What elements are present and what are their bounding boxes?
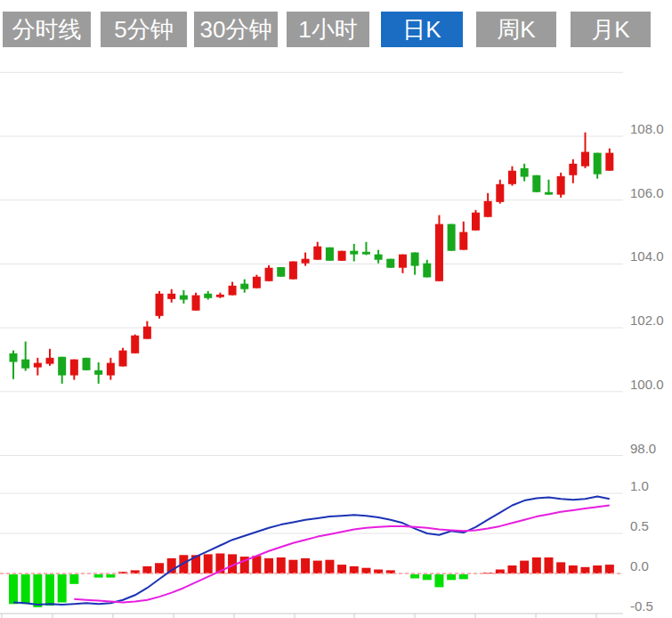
macd-bar-up — [350, 566, 359, 573]
candle-down — [375, 255, 383, 260]
macd-bar-up — [532, 557, 541, 573]
candle-down — [326, 248, 334, 261]
y-axis-label: 100.0 — [630, 377, 664, 392]
macd-bar-up — [507, 565, 516, 573]
candle-down — [386, 259, 394, 268]
macd-bar-up — [277, 557, 286, 573]
candle-up — [229, 286, 237, 296]
macd-bar-up — [593, 565, 602, 573]
candle-down — [277, 267, 285, 277]
candle-up — [143, 327, 151, 339]
candle-up — [557, 176, 565, 195]
macd-bar-up — [337, 565, 346, 573]
candle-up — [253, 277, 261, 289]
y-axis-label: 0.0 — [630, 558, 649, 573]
macd-bar-up — [264, 558, 273, 573]
candle-up — [46, 358, 54, 364]
candle-down — [10, 354, 18, 362]
candle-up — [459, 232, 467, 250]
macd-bar-down — [45, 574, 54, 606]
macd-bar-up — [204, 554, 213, 573]
macd-bar-up — [520, 561, 529, 573]
macd-bar-up — [155, 563, 164, 573]
candle-up — [496, 184, 504, 202]
kline-chart-canvas: 108.0106.0104.0102.0100.098.01.00.50.0-0… — [0, 0, 672, 618]
candle-up — [605, 153, 613, 171]
y-axis-label: 104.0 — [630, 248, 664, 264]
macd-bar-down — [423, 574, 432, 580]
macd-bar-down — [9, 574, 18, 604]
candle-down — [594, 153, 602, 175]
candle-down — [204, 294, 212, 298]
candle-down — [58, 357, 66, 376]
candle-up — [216, 295, 224, 297]
dea-line — [74, 506, 610, 603]
candle-up — [508, 171, 516, 184]
macd-bar-up — [544, 557, 553, 573]
candle-down — [448, 224, 456, 251]
macd-bar-up — [569, 565, 578, 573]
candle-up — [167, 294, 175, 299]
y-axis-label: 98.0 — [630, 441, 656, 456]
y-axis-label: 0.5 — [630, 518, 649, 533]
macd-bar-down — [434, 574, 443, 587]
macd-bar-down — [94, 574, 103, 578]
macd-bar-up — [301, 558, 310, 573]
macd-bar-up — [252, 556, 261, 573]
candle-up — [119, 351, 127, 367]
candle-down — [532, 175, 540, 192]
macd-bar-up — [556, 562, 565, 573]
candle-up — [302, 259, 310, 264]
candle-up — [265, 268, 273, 281]
candle-up — [472, 213, 480, 231]
macd-bar-down — [447, 574, 456, 580]
y-axis-label: 1.0 — [630, 478, 649, 493]
candle-down — [94, 370, 102, 375]
candle-up — [484, 201, 492, 217]
candle-down — [521, 168, 529, 177]
y-axis-label: 106.0 — [630, 185, 664, 200]
macd-bar-down — [33, 574, 42, 607]
macd-bar-down — [69, 574, 78, 584]
y-axis-label: 108.0 — [630, 121, 664, 136]
candle-down — [240, 284, 248, 289]
candle-up — [435, 224, 443, 281]
macd-bar-up — [288, 560, 297, 573]
macd-bar-down — [410, 574, 419, 579]
candle-down — [362, 252, 370, 255]
macd-bar-down — [58, 574, 67, 603]
candle-up — [399, 255, 407, 268]
candle-up — [338, 251, 346, 261]
macd-bar-down — [459, 574, 468, 579]
candle-up — [313, 247, 321, 260]
candle-up — [156, 294, 164, 316]
macd-bar-up — [325, 560, 334, 573]
macd-bar-up — [580, 567, 589, 573]
kline-app: 分时线 5分钟 30分钟 1小时 日K 周K 月K 108.0106.0104.… — [0, 0, 672, 618]
macd-bar-up — [313, 561, 322, 573]
candle-up — [289, 262, 297, 280]
candle-up — [569, 164, 577, 175]
macd-bar-down — [106, 574, 115, 578]
y-axis-label: -0.5 — [630, 598, 653, 614]
candle-down — [180, 296, 188, 300]
candle-up — [131, 336, 139, 354]
candle-up — [70, 360, 78, 376]
candle-down — [411, 252, 419, 265]
dif-line — [13, 497, 610, 606]
macd-bar-up — [142, 566, 151, 573]
macd-bar-up — [605, 565, 614, 573]
candle-up — [107, 363, 115, 376]
candle-down — [423, 264, 431, 278]
macd-bar-up — [361, 568, 370, 573]
candle-down — [83, 358, 91, 370]
macd-bar-down — [21, 574, 30, 604]
candle-down — [21, 360, 29, 369]
candle-up — [192, 296, 200, 311]
candle-down — [545, 192, 553, 195]
y-axis-label: 102.0 — [630, 313, 664, 328]
candle-down — [350, 251, 358, 255]
candle-up — [34, 363, 42, 368]
candle-up — [581, 152, 589, 167]
